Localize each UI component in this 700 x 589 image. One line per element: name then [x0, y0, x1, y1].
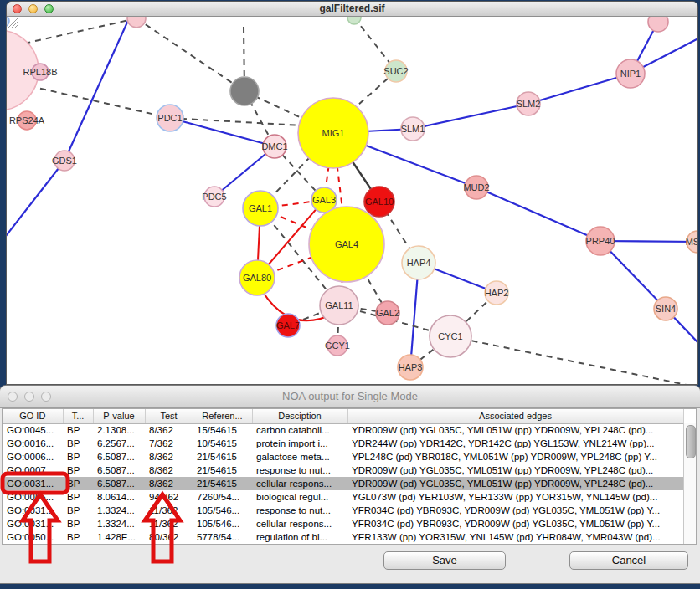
save-button[interactable]: Save	[383, 551, 506, 570]
cancel-button[interactable]: Cancel	[569, 551, 688, 570]
table-row[interactable]: GO:0031...BP1.3324...11/362105/546...res…	[3, 504, 683, 517]
close-button[interactable]	[13, 4, 22, 13]
column-header-type[interactable]: T...	[63, 409, 93, 423]
table-row[interactable]: GO:0065...BP8.0614...94/3627260/54...bio…	[3, 490, 683, 504]
cell-associated_edges[interactable]: YDR244W (pp) YDR142C, YDR142C (pp) YGL15…	[347, 437, 683, 450]
cell-description[interactable]: galactose meta...	[252, 450, 347, 464]
cell-test[interactable]: 8/362	[145, 464, 193, 477]
network-edge[interactable]	[450, 336, 687, 384]
network-edge[interactable]	[136, 18, 244, 91]
network-edge[interactable]	[413, 104, 528, 129]
cell-p_value[interactable]: 6.2567...	[93, 437, 145, 450]
cell-go_id[interactable]: GO:0007...	[3, 464, 63, 477]
cell-go_id[interactable]: GO:0031...	[3, 477, 63, 490]
cell-p_value[interactable]: 1.3324...	[93, 504, 145, 517]
cell-test[interactable]: 11/362	[145, 504, 193, 517]
noa-window-titlebar[interactable]: NOA output for Single Mode	[0, 386, 700, 408]
close-button-inactive[interactable]	[8, 392, 18, 402]
scrollbar-thumb[interactable]	[686, 425, 696, 458]
zoom-button-inactive[interactable]	[41, 392, 51, 402]
cell-test[interactable]: 8/362	[145, 477, 193, 490]
minimize-button-inactive[interactable]	[24, 392, 34, 402]
node-top-pink[interactable]	[127, 17, 146, 28]
column-header-p_value[interactable]: P-value	[93, 409, 145, 423]
node-gray-node[interactable]	[230, 77, 259, 105]
zoom-button[interactable]	[44, 4, 54, 13]
cell-description[interactable]: response to nut...	[252, 504, 347, 517]
minimize-button[interactable]	[28, 4, 38, 13]
cell-type[interactable]: BP	[63, 423, 93, 437]
cell-type[interactable]: BP	[63, 437, 93, 450]
cell-associated_edges[interactable]: YDR009W (pd) YGL035C, YML051W (pp) YDR00…	[347, 464, 683, 477]
cell-reference[interactable]: 5778/54...	[193, 530, 252, 544]
cell-associated_edges[interactable]: YDR009W (pd) YGL035C, YML051W (pp) YDR00…	[347, 477, 683, 490]
cell-description[interactable]: response to nut...	[252, 464, 347, 477]
cell-go_id[interactable]: GO:0016...	[3, 437, 63, 450]
cell-p_value[interactable]: 8.0614...	[93, 490, 145, 504]
network-canvas[interactable]: RPL18BRPS24AGDS1PDC1DMC1MIG1SUC2SLM1SLM2…	[7, 17, 697, 384]
table-row[interactable]: GO:0031...BP6.5087...8/36221/54615cellul…	[3, 477, 683, 490]
column-header-associated_edges[interactable]: Associated edges	[347, 409, 683, 423]
cell-associated_edges[interactable]: YPL248C (pd) YBR018C, YML051W (pp) YDR00…	[347, 450, 683, 464]
cell-description[interactable]: biological regul...	[252, 490, 347, 504]
network-edge[interactable]	[64, 17, 130, 161]
cell-p_value[interactable]: 6.5087...	[93, 477, 145, 490]
cell-p_value[interactable]: 6.5087...	[93, 464, 145, 477]
cell-reference[interactable]: 21/54615	[193, 450, 252, 464]
cell-type[interactable]: BP	[63, 530, 93, 544]
column-header-reference[interactable]: Referen...	[193, 409, 252, 423]
cell-associated_edges[interactable]: YFR034C (pd) YBR093C, YDR009W (pd) YGL03…	[347, 504, 683, 517]
table-row[interactable]: GO:0006...BP6.5087...8/36221/54615galact…	[3, 450, 683, 464]
cell-p_value[interactable]: 1.3324...	[93, 517, 145, 530]
column-header-go_id[interactable]: GO ID	[3, 409, 63, 423]
cell-test[interactable]: 7/362	[145, 437, 193, 450]
column-header-description[interactable]: Desciption	[252, 409, 347, 423]
vertical-scrollbar[interactable]	[683, 423, 696, 544]
cell-associated_edges[interactable]: YDR009W (pd) YGL035C, YML051W (pp) YDR00…	[347, 423, 683, 437]
network-edge[interactable]	[170, 118, 301, 125]
cell-type[interactable]: BP	[63, 490, 93, 504]
network-window-titlebar[interactable]: galFiltered.sif	[7, 2, 697, 17]
cell-go_id[interactable]: GO:0031...	[3, 504, 63, 517]
cell-go_id[interactable]: GO:0006...	[3, 450, 63, 464]
network-edge[interactable]	[476, 187, 600, 241]
cell-test[interactable]: 94/362	[145, 490, 193, 504]
table-row[interactable]: GO:0007...BP6.5087...8/36221/54615respon…	[3, 464, 683, 477]
cell-go_id[interactable]: GO:0065...	[3, 490, 63, 504]
cell-description[interactable]: protein import i...	[252, 437, 347, 450]
table-row[interactable]: GO:0031...BP1.3324...11/362105/546...cel…	[3, 517, 683, 530]
cell-description[interactable]: cellular respons...	[252, 477, 347, 490]
cell-reference[interactable]: 21/54615	[193, 464, 252, 477]
cell-reference[interactable]: 7260/54...	[193, 490, 252, 504]
cell-description[interactable]: cellular respons...	[252, 517, 347, 530]
cell-test[interactable]: 8/362	[145, 450, 193, 464]
cell-type[interactable]: BP	[63, 450, 93, 464]
cell-test[interactable]: 8/362	[145, 423, 193, 437]
table-row[interactable]: GO:0016...BP6.2567...7/36210/54615protei…	[3, 437, 683, 450]
cell-description[interactable]: regulation of bi...	[252, 530, 347, 544]
cell-reference[interactable]: 21/54615	[193, 477, 252, 490]
column-header-test[interactable]: Test	[145, 409, 193, 423]
cell-associated_edges[interactable]: YGL073W (pd) YER103W, YER133W (pp) YOR31…	[347, 490, 683, 504]
cell-associated_edges[interactable]: YER133W (pp) YOR315W, YNL145W (pd) YHR08…	[347, 530, 683, 544]
cell-type[interactable]: BP	[63, 477, 93, 490]
cell-reference[interactable]: 15/54615	[193, 423, 252, 437]
cell-go_id[interactable]: GO:0031...	[3, 517, 63, 530]
cell-go_id[interactable]: GO:0045...	[3, 423, 63, 437]
cell-test[interactable]: 11/362	[145, 517, 193, 530]
cell-description[interactable]: carbon cataboli...	[252, 423, 347, 437]
cell-reference[interactable]: 105/546...	[193, 504, 252, 517]
cell-go_id[interactable]: GO:0050...	[3, 530, 63, 544]
cell-associated_edges[interactable]: YFR034C (pd) YBR093C, YDR009W (pd) YGL03…	[347, 517, 683, 530]
network-edge[interactable]	[528, 74, 631, 104]
cell-type[interactable]: BP	[63, 504, 93, 517]
cell-reference[interactable]: 10/54615	[193, 437, 252, 450]
cell-p_value[interactable]: 6.5087...	[93, 450, 145, 464]
resize-grip-icon[interactable]	[7, 17, 18, 28]
table-row[interactable]: GO:0045...BP2.1308...8/36215/54615carbon…	[3, 423, 683, 437]
cell-reference[interactable]: 105/546...	[193, 517, 252, 530]
cell-type[interactable]: BP	[63, 464, 93, 477]
table-row[interactable]: GO:0050...BP1.428E...80/3625778/54...reg…	[3, 530, 683, 544]
cell-p_value[interactable]: 1.428E...	[93, 530, 145, 544]
node-top-right-pink[interactable]	[648, 17, 668, 32]
